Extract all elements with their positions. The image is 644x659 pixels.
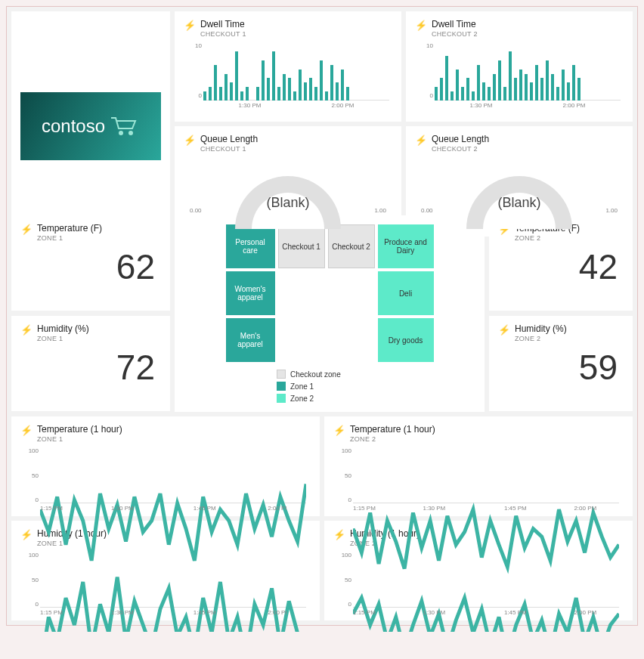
temp1hr-zone2-card[interactable]: ⚡ Temperature (1 hour) ZONE 2 100500 1:1… — [324, 416, 633, 516]
bolt-icon: ⚡ — [415, 20, 427, 31]
card-title: Dwell Time — [200, 19, 246, 29]
map-cell — [278, 318, 325, 362]
logo-text: contoso — [42, 116, 105, 137]
humidity-zone1-card[interactable]: ⚡ Humidity (%) ZONE 1 72 — [11, 316, 170, 411]
bolt-icon: ⚡ — [20, 324, 33, 336]
svg-point-1 — [128, 131, 133, 135]
legend-item: Zone 1 — [277, 382, 382, 391]
bolt-icon: ⚡ — [415, 135, 427, 146]
card-subtitle: CHECKOUT 1 — [200, 145, 258, 153]
card-subtitle: CHECKOUT 1 — [200, 30, 246, 38]
map-cell: Checkout 2 — [328, 224, 375, 268]
bolt-icon: ⚡ — [333, 529, 345, 540]
cart-icon — [110, 115, 140, 138]
kpi-value: 42 — [498, 246, 624, 287]
dwell2-chart: 100 1:30 PM2:00 PM — [415, 42, 624, 114]
checkout1-col: ⚡ Dwell Time CHECKOUT 1 100 1:30 PM2:00 … — [175, 11, 401, 237]
bolt-icon: ⚡ — [184, 20, 196, 31]
map-cell: Checkout 1 — [278, 224, 325, 268]
checkout2-col: ⚡ Dwell Time CHECKOUT 2 100 1:30 PM2:00 … — [406, 11, 633, 237]
legend-item: Zone 2 — [277, 394, 382, 403]
bolt-icon: ⚡ — [333, 425, 345, 436]
gauge1: 0.00 (Blank) 1.00 — [184, 157, 392, 229]
row3: ⚡ Temperature (1 hour) ZONE 1 100500 1:1… — [11, 416, 633, 620]
map-cell: Women's apparel — [226, 271, 275, 315]
kpi-value: 59 — [498, 347, 624, 388]
map-cell: Deli — [378, 271, 434, 315]
kpi-value: 62 — [20, 246, 161, 287]
bolt-icon: ⚡ — [184, 135, 196, 146]
contoso-logo: contoso — [20, 92, 161, 160]
card-title: Dwell Time — [432, 19, 478, 29]
store-map: Personal careCheckout 1Checkout 2Produce… — [184, 224, 475, 362]
humidity-zone2-card[interactable]: ⚡ Humidity (%) ZONE 2 59 — [489, 316, 633, 411]
bolt-icon: ⚡ — [498, 324, 510, 336]
svg-point-0 — [119, 131, 123, 135]
dwell1-chart: 100 1:30 PM2:00 PM — [184, 42, 392, 114]
temperature-zone1-card[interactable]: ⚡ Temperature (F) ZONE 1 62 — [11, 215, 170, 311]
legend-item: Checkout zone — [277, 370, 382, 379]
bolt-icon: ⚡ — [20, 224, 33, 235]
map-cell: Men's apparel — [226, 318, 275, 362]
map-cell — [278, 271, 325, 315]
map-cell: Personal care — [226, 224, 275, 268]
row2: ⚡ Temperature (F) ZONE 1 62 ⚡ Humidity (… — [11, 215, 633, 412]
card-title: Queue Length — [432, 134, 489, 144]
temperature-zone2-card[interactable]: ⚡ Temperature (F) ZONE 2 42 — [489, 215, 633, 311]
row1: contoso ⚡ Dwell Time CHECKOUT 1 — [11, 11, 633, 211]
store-map-card[interactable]: Personal careCheckout 1Checkout 2Produce… — [175, 215, 485, 412]
map-cell: Dry goods — [378, 318, 434, 362]
bolt-icon: ⚡ — [20, 529, 33, 540]
dwell-time-checkout1-card[interactable]: ⚡ Dwell Time CHECKOUT 1 100 1:30 PM2:00 … — [175, 11, 401, 122]
map-cell — [328, 271, 375, 315]
bolt-icon: ⚡ — [20, 425, 33, 436]
gauge2: 0.00 (Blank) 1.00 — [415, 157, 624, 229]
card-title: Queue Length — [200, 134, 258, 144]
card-subtitle: CHECKOUT 2 — [432, 30, 478, 38]
temp1hr-zone1-card[interactable]: ⚡ Temperature (1 hour) ZONE 1 100500 1:1… — [11, 416, 320, 516]
logo-card: contoso — [11, 11, 170, 241]
map-legend: Checkout zoneZone 1Zone 2 — [184, 370, 475, 403]
card-subtitle: CHECKOUT 2 — [432, 145, 489, 153]
map-cell — [328, 318, 375, 362]
kpi-value: 72 — [20, 347, 161, 388]
map-cell: Produce and Dairy — [378, 224, 434, 268]
queue-length-checkout1-card[interactable]: ⚡ Queue Length CHECKOUT 1 0.00 (Blank) 1… — [175, 126, 401, 237]
dashboard-frame: contoso ⚡ Dwell Time CHECKOUT 1 — [6, 6, 638, 626]
dwell-time-checkout2-card[interactable]: ⚡ Dwell Time CHECKOUT 2 100 1:30 PM2:00 … — [406, 11, 633, 122]
queue-length-checkout2-card[interactable]: ⚡ Queue Length CHECKOUT 2 0.00 (Blank) 1… — [406, 126, 633, 237]
